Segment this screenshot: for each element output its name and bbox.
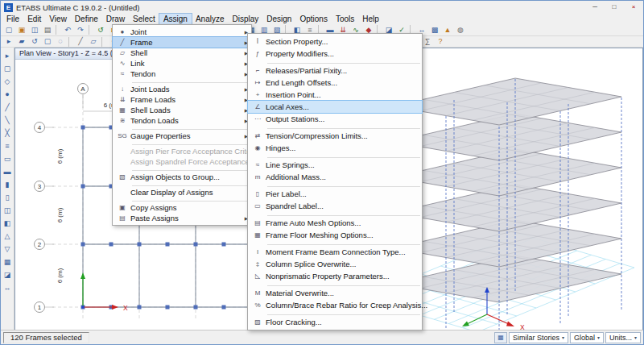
- assign-joint[interactable]: ● Joint ▶: [113, 27, 251, 37]
- paste-assigns[interactable]: ▤ Paste Assigns ▶: [113, 213, 251, 223]
- frame-spandrel-label[interactable]: ▭ Spandrel Label...: [248, 200, 422, 212]
- minimize-button[interactable]: ─: [585, 1, 605, 14]
- pointer-select-icon[interactable]: ▸: [2, 36, 15, 47]
- reshape-tool-icon[interactable]: ◇: [2, 75, 14, 88]
- maximize-button[interactable]: □: [605, 1, 624, 14]
- redo-icon[interactable]: ↷: [74, 25, 87, 35]
- coord-system-dropdown[interactable]: Global ▾: [570, 332, 604, 343]
- assign-joint-loads[interactable]: ↓ Joint Loads ▶: [113, 84, 251, 94]
- select-window-icon[interactable]: ▢: [2, 62, 14, 75]
- assign-shell[interactable]: ▱ Shell ▶: [113, 48, 251, 58]
- nonprismatic-property-parameters[interactable]: ◺ Nonprismatic Property Parameters...: [248, 270, 422, 282]
- menu-item[interactable]: [267, 213, 420, 216]
- story-option-icon[interactable]: ▦: [494, 332, 507, 343]
- dimension-tool-icon[interactable]: ↔: [2, 281, 14, 294]
- preferences-icon[interactable]: ◍: [454, 25, 467, 35]
- frame-tension-compression[interactable]: ⇄ Tension/Compression Limits...: [248, 130, 422, 142]
- clear-display-of-assigns[interactable]: Clear Display of Assigns: [113, 187, 251, 197]
- select-poly-icon[interactable]: ▰: [15, 36, 28, 47]
- menu-draw[interactable]: Draw: [102, 14, 129, 24]
- units-dropdown[interactable]: Units... ▾: [605, 332, 641, 343]
- column-splice-overwrite[interactable]: ‡ Column Splice Overwrite...: [248, 258, 422, 270]
- save-model-icon[interactable]: ◫: [28, 25, 41, 35]
- ref-point-tool-icon[interactable]: △: [2, 230, 14, 243]
- open-model-icon[interactable]: ▣: [15, 25, 28, 35]
- moment-frame-beam-connection[interactable]: I Moment Frame Beam Connection Type...: [248, 246, 422, 258]
- draw-floor-tool-icon[interactable]: ▭: [2, 152, 14, 165]
- frame-property-modifiers[interactable]: ƒ Property Modifiers...: [248, 48, 422, 60]
- menu-view[interactable]: View: [45, 14, 71, 24]
- menu-item[interactable]: [267, 126, 420, 129]
- assign-tendon-loads[interactable]: ≋ Tendon Loads ▶: [113, 115, 251, 126]
- assign-frame-loads[interactable]: ⇊ Frame Loads ▶: [113, 94, 251, 105]
- menu-edit[interactable]: Edit: [23, 14, 45, 24]
- quick-wall-tool-icon[interactable]: ▯: [2, 191, 14, 204]
- assign-shell-loads[interactable]: ▦ Shell Loads ▶: [113, 105, 251, 115]
- menu-display[interactable]: Display: [229, 14, 263, 24]
- menu-item[interactable]: [267, 155, 420, 158]
- menu-item[interactable]: [132, 198, 250, 202]
- menu-item[interactable]: [267, 283, 420, 286]
- menu-file[interactable]: File: [2, 14, 23, 24]
- quick-frame-tool-icon[interactable]: ╲: [2, 114, 14, 127]
- draw-grid-tool-icon[interactable]: ▦: [2, 256, 14, 268]
- quick-floor-tool-icon[interactable]: ▬: [2, 165, 14, 178]
- assign-objects-to-group[interactable]: ▧ Assign Objects to Group...: [113, 172, 251, 182]
- pointer-tool-icon[interactable]: ▸: [2, 49, 14, 62]
- rebar-ratio-creep[interactable]: % Column/Brace Rebar Ratio for Creep Ana…: [248, 299, 422, 311]
- undo-icon[interactable]: ↶: [61, 25, 74, 35]
- frame-material-overwrite[interactable]: M Material Overwrite...: [248, 287, 422, 299]
- previous-selection-icon[interactable]: ↺: [28, 36, 41, 47]
- menu-assign[interactable]: Assign: [159, 14, 192, 24]
- toolbar-icon[interactable]: [56, 25, 60, 35]
- draw-frame-tool-icon[interactable]: ╱: [2, 101, 14, 114]
- frame-end-length-offsets[interactable]: ↦ End Length Offsets...: [248, 77, 422, 89]
- frame-section-property[interactable]: Ⅰ Section Property...: [248, 35, 422, 48]
- assign-pier-force[interactable]: Assign Pier Force Acceptance Criteria...: [113, 146, 251, 156]
- assign-gauge-properties[interactable]: SG Gauge Properties ▶: [113, 131, 251, 141]
- menu-options[interactable]: Options: [295, 14, 331, 24]
- frame-auto-mesh-options[interactable]: ▤ Frame Auto Mesh Options...: [248, 217, 422, 229]
- secondary-beams-tool-icon[interactable]: ≡: [2, 139, 14, 152]
- menu-help[interactable]: Help: [358, 14, 383, 24]
- menu-item[interactable]: [267, 242, 420, 245]
- select-frames-icon[interactable]: ╱: [74, 36, 87, 47]
- close-button[interactable]: ×: [624, 1, 643, 14]
- assign-frame[interactable]: ╱ Frame ▶: [113, 37, 251, 48]
- frame-hinges[interactable]: ◉ Hinges...: [248, 142, 422, 154]
- menu-item[interactable]: [132, 168, 250, 171]
- menu-item[interactable]: [132, 80, 250, 83]
- frame-floor-meshing-options[interactable]: ▦ Frame Floor Meshing Options...: [248, 229, 422, 241]
- menu-item[interactable]: [267, 312, 420, 315]
- menu-item[interactable]: [132, 142, 250, 145]
- menu-item[interactable]: [267, 60, 420, 64]
- assign-tendon[interactable]: ≈ Tendon ▶: [113, 69, 251, 79]
- sum-tool-icon[interactable]: ∑: [421, 36, 434, 47]
- frame-releases[interactable]: ⌐ Releases/Partial Fixity...: [248, 64, 422, 77]
- frame-line-springs[interactable]: ≈ Line Springs...: [248, 159, 422, 171]
- menu-design[interactable]: Design: [262, 14, 295, 24]
- print-icon[interactable]: ▤: [41, 25, 54, 35]
- floor-cracking[interactable]: ▨ Floor Cracking...: [248, 316, 422, 328]
- frame-additional-mass[interactable]: m Additional Mass...: [248, 171, 422, 183]
- menu-item[interactable]: [132, 127, 250, 130]
- similar-stories-dropdown[interactable]: Similar Stories ▾: [509, 332, 568, 343]
- deselect-all-icon[interactable]: ▢: [41, 36, 54, 47]
- toolbar-icon[interactable]: [68, 37, 72, 47]
- section-cut-tool-icon[interactable]: ◪: [2, 268, 14, 281]
- frame-local-axes[interactable]: ∠ Local Axes...: [248, 101, 422, 113]
- draw-window-tool-icon[interactable]: ◫: [2, 204, 14, 217]
- help-tool-icon[interactable]: ?: [434, 36, 447, 47]
- menu-analyze[interactable]: Analyze: [192, 14, 229, 24]
- story-response-icon[interactable]: ▲: [441, 25, 454, 35]
- toolbar-icon[interactable]: [89, 25, 93, 35]
- assign-link[interactable]: ∿ Link ▶: [113, 58, 251, 69]
- menu-item[interactable]: [132, 183, 250, 186]
- get-selection-icon[interactable]: ◌: [54, 36, 67, 47]
- menu-define[interactable]: Define: [71, 14, 102, 24]
- menu-item[interactable]: [267, 184, 420, 187]
- toolbar-icon[interactable]: [101, 37, 105, 47]
- frame-insertion-point[interactable]: + Insertion Point...: [248, 89, 422, 101]
- draw-wall-tool-icon[interactable]: ▮: [2, 178, 14, 191]
- refresh-window-icon[interactable]: ↺: [94, 25, 107, 35]
